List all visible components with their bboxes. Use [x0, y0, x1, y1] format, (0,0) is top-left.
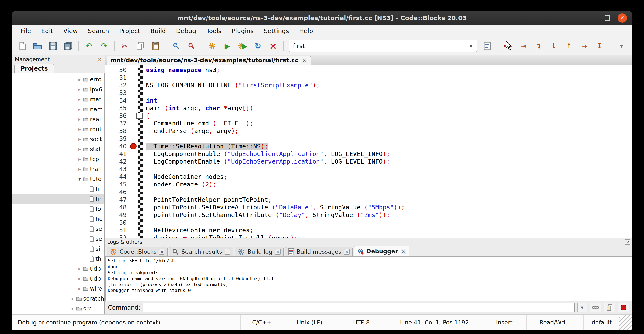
breakpoint-margin[interactable] [129, 188, 138, 196]
menu-project[interactable]: Project [114, 27, 145, 35]
line-number[interactable]: 36 [105, 112, 129, 120]
breakpoint-margin[interactable] [129, 226, 138, 234]
code-line-48[interactable]: 48 pointToPoint.SetDeviceAttribute ("Dat… [105, 203, 632, 211]
chevron-right-icon[interactable]: ▸ [76, 116, 83, 122]
cut-button[interactable]: ✂ [117, 40, 132, 52]
tree-item-mat-2[interactable]: ▸mat [12, 94, 104, 104]
chevron-right-icon[interactable]: ▸ [76, 106, 83, 112]
menu-plugins[interactable]: Plugins [226, 27, 259, 35]
breakpoint-marker[interactable] [130, 143, 136, 149]
menu-tools[interactable]: Tools [201, 27, 226, 35]
line-number[interactable]: 38 [105, 127, 129, 135]
tree-item-trafl-9[interactable]: ▸trafl [12, 164, 104, 174]
line-number[interactable]: 43 [105, 165, 129, 173]
chevron-right-icon[interactable]: ▸ [76, 77, 83, 83]
menu-help[interactable]: Help [294, 27, 318, 35]
logs-tab-close-button[interactable]: × [159, 249, 164, 254]
next-line-button[interactable]: ↴ [531, 40, 546, 52]
new-file-button[interactable] [15, 40, 30, 52]
tree-item-erro-0[interactable]: ▸erro [12, 74, 104, 84]
debugger-output[interactable]: Setting SHELL to '/bin/sh'doneSetting br… [106, 256, 632, 301]
breakpoint-margin[interactable] [129, 196, 138, 203]
tree-item-si-17[interactable]: si [12, 244, 104, 254]
minimize-button[interactable] [591, 18, 596, 19]
line-number[interactable]: 48 [105, 203, 129, 211]
chevron-right-icon[interactable]: ▸ [76, 156, 83, 162]
tree-item-udp--20[interactable]: ▸udp- [12, 274, 104, 283]
breakpoint-margin[interactable] [129, 135, 138, 142]
code-line-30[interactable]: 30using namespace ns3; [105, 66, 632, 74]
build-button[interactable] [204, 40, 220, 52]
stop-debugger-button[interactable] [618, 303, 629, 312]
next-instruction-button[interactable]: → [577, 40, 592, 52]
code-line-31[interactable]: 31 [105, 74, 632, 81]
logs-tab-debugger[interactable]: Debugger× [354, 246, 410, 256]
code-line-50[interactable]: 50 [105, 219, 632, 226]
management-close-button[interactable]: × [97, 57, 102, 62]
line-number[interactable]: 41 [105, 150, 129, 158]
logs-tab-close-button[interactable]: × [275, 249, 280, 254]
logs-tab-build-log[interactable]: Build log× [234, 247, 284, 256]
breakpoint-margin[interactable] [129, 181, 138, 188]
run-button[interactable]: ▶ [220, 40, 235, 52]
code-line-34[interactable]: 34int [105, 97, 632, 104]
find-button[interactable] [168, 40, 184, 52]
breakpoint-margin[interactable] [129, 104, 138, 112]
line-number[interactable]: 39 [105, 135, 129, 142]
search-input[interactable] [289, 42, 465, 50]
tree-item-stat-7[interactable]: ▸stat [12, 144, 104, 154]
chevron-right-icon[interactable]: ▸ [76, 136, 83, 142]
breakpoint-margin[interactable] [129, 158, 138, 165]
menu-view[interactable]: View [58, 27, 83, 35]
build-target-button[interactable] [480, 40, 495, 52]
logs-tab-close-button[interactable]: × [344, 249, 350, 254]
tree-item-fif-11[interactable]: fif [12, 184, 104, 194]
editor-tab-close-button[interactable]: × [302, 58, 307, 63]
line-number[interactable]: 35 [105, 104, 129, 112]
menu-search[interactable]: Search [83, 27, 114, 35]
breakpoint-margin[interactable] [129, 165, 138, 173]
copy-output-button[interactable] [604, 303, 615, 312]
line-number[interactable]: 44 [105, 173, 129, 181]
search-combo[interactable]: ▾ [289, 40, 477, 52]
breakpoint-margin[interactable] [129, 173, 138, 181]
line-number[interactable]: 32 [105, 81, 129, 89]
code-line-38[interactable]: 38 cmd.Parse (argc, argv); [105, 127, 632, 135]
code-line-49[interactable]: 49 pointToPoint.SetChannelAttribute ("De… [105, 211, 632, 219]
chevron-right-icon[interactable]: ▸ [69, 305, 76, 311]
logs-tab-search-results[interactable]: Search results× [169, 247, 233, 256]
line-number[interactable]: 46 [105, 188, 129, 196]
code-line-45[interactable]: 45 nodes.Create (2); [105, 181, 632, 188]
chevron-right-icon[interactable]: ▸ [76, 286, 83, 292]
run-to-cursor-button[interactable]: ⇥ [516, 40, 531, 52]
code-line-36[interactable]: 36{ [105, 112, 632, 120]
tree-item-se-16[interactable]: se [12, 234, 104, 244]
code-line-35[interactable]: 35main (int argc, char *argv[]) [105, 104, 632, 112]
breakpoint-margin[interactable] [129, 211, 138, 219]
tree-item-tuto-10[interactable]: ▾tuto [12, 174, 104, 184]
menu-build[interactable]: Build [145, 27, 171, 35]
line-number[interactable]: 42 [105, 158, 129, 165]
chevron-right-icon[interactable]: ▸ [76, 96, 83, 102]
chevron-right-icon[interactable]: ▸ [76, 166, 83, 172]
code-line-42[interactable]: 42 LogComponentEnable ("UdpEchoServerApp… [105, 158, 632, 165]
undo-button[interactable]: ↶ [81, 40, 96, 52]
chevron-right-icon[interactable]: ▸ [76, 266, 83, 272]
breakpoint-margin[interactable] [129, 127, 138, 135]
find-in-files-button[interactable] [184, 40, 199, 52]
tab-projects[interactable]: Projects [14, 64, 54, 73]
code-line-41[interactable]: 41 LogComponentEnable ("UdpEchoClientApp… [105, 150, 632, 158]
chevron-right-icon[interactable]: ▸ [76, 276, 83, 282]
logs-tab-close-button[interactable]: × [224, 249, 230, 254]
menu-settings[interactable]: Settings [259, 27, 294, 35]
code-line-43[interactable]: 43 [105, 165, 632, 173]
tree-item-fir-12[interactable]: fir [12, 194, 104, 204]
attach-button[interactable] [590, 303, 601, 312]
step-into-instruction-button[interactable]: ↧ [592, 40, 607, 52]
code-line-40[interactable]: 40 Time::SetResolution (Time::NS); [105, 142, 632, 150]
breakpoint-margin[interactable] [129, 89, 138, 97]
tree-item-fo-13[interactable]: fo [12, 204, 104, 214]
line-number[interactable]: 45 [105, 181, 129, 188]
tree-item-src-23[interactable]: ▸src [12, 303, 104, 313]
line-number[interactable]: 33 [105, 89, 129, 97]
